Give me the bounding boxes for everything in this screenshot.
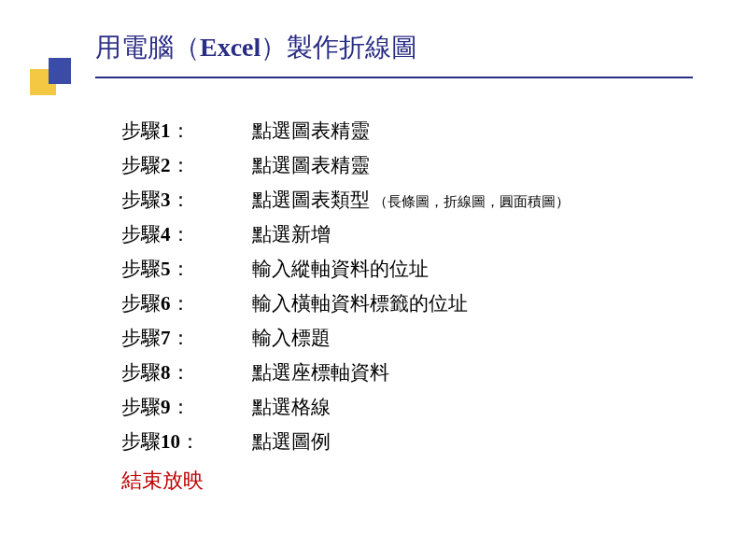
step-label: 步驟5：: [121, 256, 252, 282]
title-underline: [95, 77, 693, 78]
end-slideshow-link[interactable]: 結束放映: [121, 467, 204, 495]
step-text: 點選圖例: [252, 428, 331, 455]
step-text: 輸入標題: [252, 325, 331, 351]
step-label: 步驟8：: [121, 359, 252, 385]
step-text: 點選圖表類型: [252, 187, 370, 213]
step-label: 步驟7：: [121, 325, 252, 351]
step-text: 點選圖表精靈: [252, 152, 370, 178]
step-text: 點選圖表精靈: [252, 118, 370, 144]
step-row: 步驟6： 輸入橫軸資料標籤的位址: [121, 290, 570, 316]
step-note: （長條圖，折線圖，圓面積圖）: [374, 193, 570, 211]
step-text: 點選格線: [252, 394, 331, 420]
step-row: 步驟4： 點選新增: [121, 221, 570, 247]
step-label: 步驟10：: [121, 428, 252, 455]
title-block: 用電腦（Excel）製作折線圖: [95, 30, 710, 78]
steps-list: 步驟1： 點選圖表精靈 步驟2： 點選圖表精靈 步驟3： 點選圖表類型 （長條圖…: [121, 118, 570, 463]
deco-blue-square: [49, 58, 71, 84]
title-excel: Excel: [200, 33, 261, 62]
step-row: 步驟5： 輸入縱軸資料的位址: [121, 256, 570, 282]
step-label: 步驟4：: [121, 221, 252, 247]
step-row: 步驟3： 點選圖表類型 （長條圖，折線圖，圓面積圖）: [121, 187, 570, 213]
step-text: 點選新增: [252, 221, 331, 247]
step-label: 步驟2：: [121, 152, 252, 178]
slide-decoration: [30, 58, 71, 95]
step-text: 輸入橫軸資料標籤的位址: [252, 290, 468, 316]
step-row: 步驟7： 輸入標題: [121, 325, 570, 351]
step-row: 步驟10： 點選圖例: [121, 428, 570, 455]
title-prefix: 用電腦（: [95, 33, 200, 62]
step-text: 點選座標軸資料: [252, 359, 389, 385]
step-row: 步驟1： 點選圖表精靈: [121, 118, 570, 144]
step-row: 步驟8： 點選座標軸資料: [121, 359, 570, 385]
step-label: 步驟3：: [121, 187, 252, 213]
step-label: 步驟6：: [121, 290, 252, 316]
step-row: 步驟2： 點選圖表精靈: [121, 152, 570, 178]
step-text: 輸入縱軸資料的位址: [252, 256, 429, 282]
step-row: 步驟9： 點選格線: [121, 394, 570, 420]
title-suffix: ）製作折線圖: [261, 33, 417, 62]
slide-title: 用電腦（Excel）製作折線圖: [95, 30, 710, 75]
step-label: 步驟1：: [121, 118, 252, 144]
step-label: 步驟9：: [121, 394, 252, 420]
